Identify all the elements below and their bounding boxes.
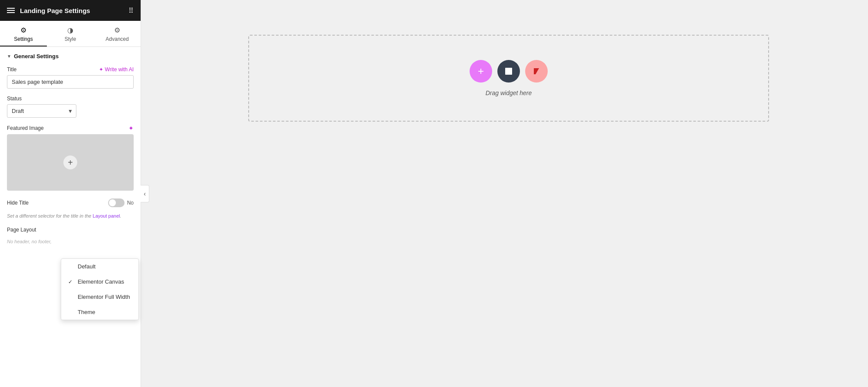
dropdown-label-full-width: Elementor Full Width [78,294,130,300]
dropdown-label-canvas: Elementor Canvas [78,278,124,285]
image-upload-box[interactable]: + [7,134,134,191]
featured-image-ai-icon[interactable]: ✦ [128,125,134,132]
drop-zone[interactable]: + Drag widget here [248,35,769,122]
tab-style-label: Style [65,36,76,42]
plus-icon: + [478,65,484,77]
info-text: Set a different selector for the title i… [0,211,141,224]
title-input[interactable] [7,75,134,89]
write-with-ai-button[interactable]: ✦ Write with AI [99,66,134,73]
dropdown-label-theme: Theme [78,309,95,315]
dropdown-item-default[interactable]: Default [61,259,138,274]
dropdown-label-default: Default [78,263,95,270]
tab-settings[interactable]: ⚙ Settings [0,21,47,46]
tab-settings-label: Settings [14,36,33,42]
collapse-icon: ‹ [144,190,146,197]
hide-title-toggle[interactable] [108,198,125,207]
hide-title-row: Hide Title No [0,195,141,211]
style-tab-icon: ◑ [67,26,73,34]
dropdown-item-elementor-full-width[interactable]: Elementor Full Width [61,289,138,304]
svg-rect-0 [505,68,512,75]
layout-panel-link[interactable]: Layout panel [93,213,120,218]
write-ai-label: Write with AI [105,66,134,73]
info-text-content: Set a different selector for the title i… [7,213,91,218]
general-settings-header: ▼ General Settings [0,47,141,64]
ai-star-icon: ✦ [99,66,103,73]
dropdown-item-theme[interactable]: Theme [61,304,138,320]
settings-tab-icon: ⚙ [20,26,26,34]
elementor-square-icon [503,66,514,76]
page-layout-dropdown: Default ✓ Elementor Canvas Elementor Ful… [61,258,139,320]
advanced-tab-icon: ⚙ [114,26,120,34]
status-select-wrapper: Draft Published Private ▼ [7,104,76,118]
status-label: Status [7,96,134,102]
title-label-row: Title ✦ Write with AI [7,66,134,73]
tabs-row: ⚙ Settings ◑ Style ⚙ Advanced [0,21,141,47]
toggle-wrapper: No [108,198,134,207]
tab-advanced-label: Advanced [105,36,128,42]
title-row: Title ✦ Write with AI [0,64,141,93]
collapse-handle[interactable]: ‹ [141,185,149,202]
svg-rect-2 [534,68,536,74]
featured-image-label: Featured Image [7,125,44,131]
widget-icons-row: + [470,60,548,83]
section-arrow-icon: ▼ [7,54,11,59]
tab-style[interactable]: ◑ Style [47,21,94,46]
panel-body: ▼ General Settings Title ✦ Write with AI… [0,47,141,387]
no-header-text: No header, no footer, [0,237,141,246]
dropdown-item-elementor-canvas[interactable]: ✓ Elementor Canvas [61,274,138,289]
status-row: Status Draft Published Private ▼ [0,93,141,122]
elementor-n-svg [530,65,542,77]
canvas-area: + Drag widget here [149,0,868,387]
hide-title-label: Hide Title [7,200,29,206]
canvas-content: + Drag widget here [248,35,769,122]
title-label: Title [7,66,16,73]
status-select[interactable]: Draft Published Private [7,104,76,118]
image-upload-plus-icon: + [63,155,77,169]
featured-image-row: Featured Image ✦ + [0,122,141,195]
panel-title: Landing Page Settings [20,7,90,14]
page-layout-label: Page Layout [7,227,134,233]
info-text-end: . [120,213,122,218]
general-settings-title: General Settings [14,53,59,60]
panel-header: Landing Page Settings ⠿ [0,0,141,21]
hamburger-icon[interactable] [7,8,15,13]
add-widget-button[interactable]: + [470,60,492,83]
elementor-logo-icon[interactable] [525,60,548,83]
toggle-no-text: No [127,200,134,206]
tab-advanced[interactable]: ⚙ Advanced [94,21,141,46]
check-mark-canvas: ✓ [68,279,74,285]
drag-widget-text: Drag widget here [486,89,532,96]
left-panel: Landing Page Settings ⠿ ⚙ Settings ◑ Sty… [0,0,141,387]
panel-header-left: Landing Page Settings [7,7,90,14]
featured-image-label-row: Featured Image ✦ [7,125,134,132]
page-layout-row: Page Layout [0,224,141,237]
elementor-widget-icon[interactable] [497,60,520,83]
grid-icon[interactable]: ⠿ [128,7,134,15]
